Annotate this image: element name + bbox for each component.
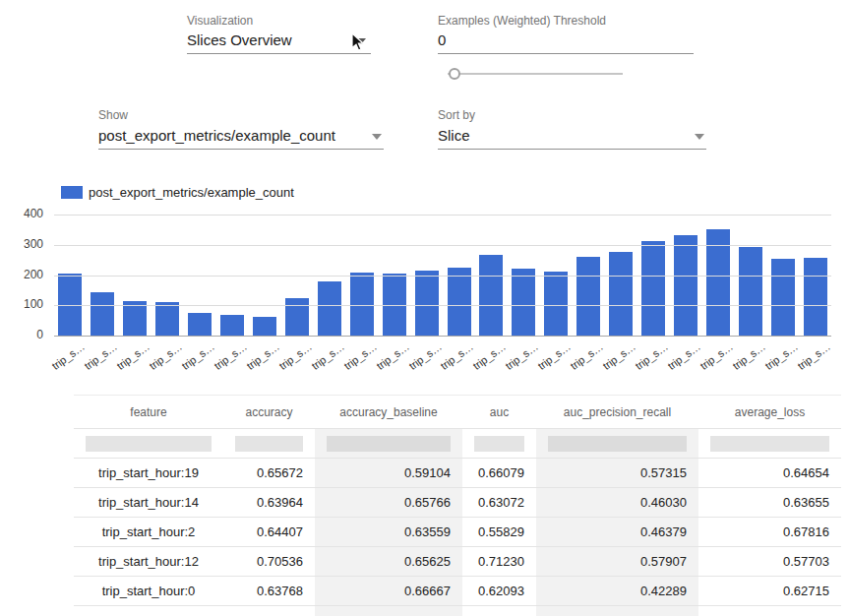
y-axis-tick-label: 100 xyxy=(0,297,43,311)
visualization-dropdown[interactable]: Slices Overview xyxy=(187,31,371,54)
table-row[interactable]: trip_start_hour:00.637680.666670.620930.… xyxy=(74,577,841,606)
y-axis-tick-label: 0 xyxy=(0,328,43,341)
dropdown-underline xyxy=(187,53,371,54)
bar[interactable] xyxy=(479,255,503,336)
metric-cell: 0.46030 xyxy=(536,488,698,518)
show-metric-dropdown[interactable]: post_export_metrics/example_count xyxy=(98,126,384,150)
bar[interactable] xyxy=(91,292,114,336)
metric-cell: 0.65625 xyxy=(315,547,462,577)
bar[interactable] xyxy=(576,257,600,336)
column-filter-input[interactable] xyxy=(327,436,451,452)
threshold-input[interactable]: 0 xyxy=(438,31,694,54)
metric-cell: 0.70536 xyxy=(223,547,315,577)
filter-cell xyxy=(536,429,698,459)
column-filter-input[interactable] xyxy=(548,436,687,452)
tfma-slicing-metrics-view: Visualization Slices Overview Examples (… xyxy=(0,0,849,616)
metric-cell: 0.63655 xyxy=(698,488,841,518)
bar[interactable] xyxy=(155,302,179,336)
bar[interactable] xyxy=(544,272,568,336)
gridline xyxy=(54,245,831,246)
bar[interactable] xyxy=(804,258,827,336)
show-metric-value: post_export_metrics/example_count xyxy=(98,127,335,144)
feature-cell: trip_start_hour:2 xyxy=(74,518,223,547)
bar[interactable] xyxy=(448,268,471,336)
metric-cell: 0.57907 xyxy=(536,547,698,577)
gridline xyxy=(54,215,831,216)
metrics-table: featureaccuracyaccuracy_baselineaucauc_p… xyxy=(74,395,841,616)
gridline xyxy=(54,305,831,306)
sort-by-dropdown[interactable]: Slice xyxy=(438,126,706,150)
dropdown-underline xyxy=(438,149,706,150)
bar[interactable] xyxy=(674,235,697,336)
metric-cell: 0.63072 xyxy=(462,488,536,518)
chevron-down-icon[interactable] xyxy=(372,134,382,140)
table-row[interactable]: trip_start_hour:140.639640.657660.630720… xyxy=(74,488,841,518)
metric-cell: 0.44173 xyxy=(536,606,698,616)
column-filter-input[interactable] xyxy=(474,436,524,452)
threshold-slider-thumb[interactable] xyxy=(449,68,460,80)
y-axis-tick-label: 400 xyxy=(0,207,43,220)
bar[interactable] xyxy=(739,247,762,336)
metric-cell: 0.63559 xyxy=(315,518,462,547)
bar[interactable] xyxy=(512,269,535,336)
metric-cell: 0.65766 xyxy=(315,488,462,518)
legend-swatch xyxy=(61,186,83,199)
table-row[interactable]: trip_start_hour:20.644070.635590.558290.… xyxy=(74,518,841,547)
bar[interactable] xyxy=(641,241,665,336)
column-filter-input[interactable] xyxy=(86,436,212,452)
table-row[interactable]: trip_start_hour:120.705360.656250.712300… xyxy=(74,547,841,577)
filter-cell xyxy=(74,429,223,459)
metric-cell: 0.62715 xyxy=(698,577,841,606)
table-filter-row xyxy=(74,429,841,459)
table-row[interactable]: trip_start_hour:190.656720.591040.660790… xyxy=(74,459,841,488)
bar[interactable] xyxy=(609,252,633,336)
metric-cell: 0.66016 xyxy=(223,606,315,616)
visualization-label: Visualization xyxy=(187,14,253,28)
metric-cell: 0.59104 xyxy=(315,459,462,488)
metric-cell: 0.55829 xyxy=(462,518,536,547)
bar[interactable] xyxy=(771,259,795,336)
filter-cell xyxy=(462,429,536,459)
bar[interactable] xyxy=(415,271,439,336)
metric-cell: 0.46379 xyxy=(536,518,698,547)
metric-cell: 0.57315 xyxy=(536,459,698,488)
feature-cell: trip_start_hour:14 xyxy=(74,488,223,518)
feature-cell: trip_start_hour:19 xyxy=(74,459,223,488)
table-row[interactable]: trip_start_hour:230.660160.648440.583370… xyxy=(74,606,841,616)
threshold-slider-track[interactable] xyxy=(448,73,623,75)
filter-cell xyxy=(698,429,841,459)
column-header[interactable]: average_loss xyxy=(698,396,841,429)
column-header[interactable]: feature xyxy=(74,396,223,429)
bar[interactable] xyxy=(350,273,374,336)
metric-cell: 0.66667 xyxy=(315,577,462,606)
column-header[interactable]: auc_precision_recall xyxy=(536,396,698,429)
metric-cell: 0.64654 xyxy=(698,459,841,488)
column-header[interactable]: auc xyxy=(462,396,536,429)
threshold-value: 0 xyxy=(438,31,446,48)
bar[interactable] xyxy=(253,317,276,336)
metric-cell: 0.67816 xyxy=(698,518,841,547)
bar[interactable] xyxy=(285,298,309,336)
metric-cell: 0.58337 xyxy=(462,606,536,616)
metric-cell: 0.71230 xyxy=(462,547,536,577)
metric-cell: 0.62093 xyxy=(462,577,536,606)
chevron-down-icon[interactable] xyxy=(695,134,704,140)
column-header[interactable]: accuracy xyxy=(223,396,315,429)
metric-cell: 0.65672 xyxy=(223,459,315,488)
column-filter-input[interactable] xyxy=(710,436,829,452)
column-filter-input[interactable] xyxy=(235,436,303,452)
feature-cell: trip_start_hour:23 xyxy=(74,606,223,616)
gridline xyxy=(54,336,831,337)
metric-cell: 0.63768 xyxy=(223,577,315,606)
threshold-label: Examples (Weighted) Threshold xyxy=(438,14,606,28)
bar[interactable] xyxy=(318,281,341,336)
bar[interactable] xyxy=(220,315,244,336)
show-label: Show xyxy=(98,108,128,122)
gridline xyxy=(54,276,831,277)
metric-cell: 0.64844 xyxy=(315,606,462,616)
column-header[interactable]: accuracy_baseline xyxy=(315,396,462,429)
table-header-row: featureaccuracyaccuracy_baselineaucauc_p… xyxy=(74,396,841,429)
bar[interactable] xyxy=(188,313,212,336)
sort-by-label: Sort by xyxy=(438,108,475,122)
metric-cell: 0.42289 xyxy=(536,577,698,606)
